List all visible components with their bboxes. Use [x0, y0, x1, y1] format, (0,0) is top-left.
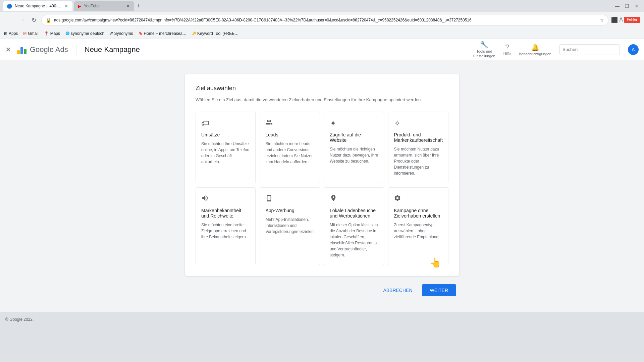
goal-lokale-title: Lokale Ladenbesuche und Werbeaktionen	[330, 208, 378, 219]
header-right: 🔧 Tools undEinstellungen ? Hilfe 🔔 Benac…	[473, 41, 639, 58]
next-button[interactable]: WEITER	[422, 284, 456, 296]
svg-rect-2	[24, 49, 26, 54]
card-title: Ziel auswählen	[196, 85, 448, 92]
bell-icon: 🔔	[531, 43, 539, 51]
goal-website-traffic[interactable]: ✦ Zugriffe auf die Website Sie möchten d…	[324, 112, 384, 183]
markenbekanntheit-icon	[201, 194, 250, 204]
tools-icon: 🔧	[480, 41, 488, 49]
google-ads-text: Google Ads	[30, 45, 68, 54]
url-bar[interactable]: 🔒 ads.google.com/aw/campaigns/new?ocid=8…	[41, 15, 608, 25]
address-actions: ⬛ A Fehler	[611, 17, 640, 23]
leads-icon	[265, 119, 314, 128]
goal-app-title: App-Werbung	[265, 208, 314, 213]
bookmark-maps[interactable]: 📍 Maps	[44, 31, 60, 36]
window-controls: — ❐ ✕	[615, 3, 641, 9]
bookmarks-bar: ⊞ Apps M Gmail 📍 Maps 🌐 synonyme deutsch…	[0, 28, 644, 39]
tools-settings-button[interactable]: 🔧 Tools undEinstellungen	[473, 41, 495, 58]
goal-markenbekanntheit-desc: Sie möchten eine breite Zielgruppe errei…	[201, 222, 250, 240]
reload-button[interactable]: ↻	[30, 15, 39, 25]
help-icon: ?	[505, 43, 509, 51]
page-title: Neue Kampagne	[85, 45, 140, 54]
notifications-label: Benachrichtigungen	[519, 52, 551, 56]
goal-brand-awareness[interactable]: ✧ Produkt- und Markenkaufbereitschaft Si…	[388, 112, 448, 183]
header-search-input[interactable]	[559, 44, 620, 55]
ohne-icon	[394, 194, 443, 204]
goal-lokale[interactable]: Lokale Ladenbesuche und Werbeaktionen Mi…	[324, 187, 384, 265]
goal-website-desc: Sie möchten die richtigen Nutzer dazu be…	[330, 146, 378, 164]
goal-app-desc: Mehr App-Installationen, Interaktionen u…	[265, 217, 314, 235]
goal-ohne-title: Kampagne ohne Zielvorhaben erstellen	[394, 208, 443, 219]
maps-icon: 📍	[44, 31, 49, 36]
goal-brand-title: Produkt- und Markenkaufbereitschaft	[394, 132, 443, 143]
lock-icon: 🔒	[46, 17, 51, 23]
error-badge: Fehler	[624, 17, 640, 23]
goal-umsaetze-desc: Sie möchten Ihre Umsätze online, in Apps…	[201, 141, 250, 165]
back-button[interactable]: ←	[4, 15, 14, 25]
close-window-button[interactable]: ✕	[635, 3, 639, 9]
star-icon: ☆	[600, 17, 604, 23]
active-tab[interactable]: 🔵 Neue Kampagne – 400-805-692… ✕	[3, 1, 72, 11]
restore-button[interactable]: ❐	[625, 3, 629, 9]
goal-grid: 🏷 Umsätze Sie möchten Ihre Umsätze onlin…	[196, 112, 448, 265]
address-bar: ← → ↻ 🔒 ads.google.com/aw/campaigns/new?…	[0, 12, 644, 28]
app-header: ✕ Google Ads Neue Kampagne 🔧 Tools undEi…	[0, 39, 644, 60]
minimize-button[interactable]: —	[615, 3, 620, 9]
new-tab-button[interactable]: +	[137, 3, 141, 10]
brand-icon: ✧	[394, 119, 443, 128]
main-content: Ziel auswählen Wählen Sie ein Ziel aus, …	[0, 60, 644, 312]
gmail-icon: M	[23, 31, 26, 36]
tab-close-button[interactable]: ✕	[64, 3, 68, 9]
umsaetze-icon: 🏷	[201, 119, 250, 128]
tab2-title: YouTube	[84, 4, 100, 8]
goal-website-title: Zugriffe auf die Website	[330, 132, 378, 143]
goal-brand-desc: Sie möchten Nutzer dazu ermuntern, sich …	[394, 146, 443, 176]
goal-umsaetze[interactable]: 🏷 Umsätze Sie möchten Ihre Umsätze onlin…	[196, 112, 256, 183]
extension-icon[interactable]: ⬛	[611, 17, 618, 23]
goal-markenbekanntheit[interactable]: Markenbekanntheit und Reichweite Sie möc…	[196, 187, 256, 265]
goal-umsaetze-title: Umsätze	[201, 132, 250, 137]
title-bar: 🔵 Neue Kampagne – 400-805-692… ✕ ▶ YouTu…	[0, 0, 644, 12]
bookmark-synonyms[interactable]: W Synonyms	[110, 31, 133, 36]
cancel-button[interactable]: ABBRECHEN	[378, 284, 418, 296]
goal-markenbekanntheit-title: Markenbekanntheit und Reichweite	[201, 208, 250, 219]
goal-leads[interactable]: Leads Sie möchten mehr Leads und andere …	[260, 112, 320, 183]
goal-leads-title: Leads	[265, 132, 314, 137]
goal-leads-desc: Sie möchten mehr Leads und andere Conver…	[265, 141, 314, 165]
goal-app-werbung[interactable]: App-Werbung Mehr App-Installationen, Int…	[260, 187, 320, 265]
tab2-close-button[interactable]: ✕	[126, 3, 130, 9]
help-button[interactable]: ? Hilfe	[503, 43, 511, 56]
card-subtitle: Wählen Sie ein Ziel aus, damit die verwe…	[196, 97, 448, 102]
svg-rect-1	[20, 47, 23, 54]
tab-favicon: 🔵	[7, 4, 12, 9]
website-icon: ✦	[330, 119, 378, 128]
goal-ohne-desc: Zuerst Kampagnentyp auswählen – ohne zie…	[394, 222, 443, 240]
synonyms-favicon: W	[110, 32, 113, 35]
goal-lokale-desc: Mit dieser Option lässt sich die Anzahl …	[330, 222, 378, 258]
bookmark-merch[interactable]: 🔖 Home – merchreasea…	[139, 31, 186, 36]
apps-icon: ⊞	[4, 31, 7, 36]
tools-label: Tools undEinstellungen	[473, 49, 495, 58]
footer: © Google 2022.	[0, 312, 644, 327]
bookmark-keyword[interactable]: 🔑 Keyword Tool (FREE…	[192, 31, 238, 36]
header-divider	[76, 44, 76, 55]
url-text: ads.google.com/aw/campaigns/new?ocid=862…	[54, 18, 597, 22]
tab2-favicon: ▶	[78, 4, 81, 9]
google-ads-icon	[16, 44, 27, 55]
profile-icon[interactable]: A	[619, 17, 623, 23]
goal-selection-card: Ziel auswählen Wählen Sie ein Ziel aus, …	[184, 74, 460, 276]
lokale-icon	[330, 194, 378, 204]
tab-title: Neue Kampagne – 400-805-692…	[15, 4, 62, 8]
help-label: Hilfe	[503, 52, 511, 56]
goal-ohne-zielvorhaben[interactable]: Kampagne ohne Zielvorhaben erstellen Zue…	[388, 187, 448, 265]
bookmark-synonyme[interactable]: 🌐 synonyme deutsch	[65, 31, 104, 36]
forward-button[interactable]: →	[17, 15, 27, 25]
user-avatar[interactable]: A	[628, 44, 639, 55]
cursor-hand: 👆	[430, 257, 441, 268]
synonyme-favicon: 🌐	[65, 32, 69, 35]
notifications-button[interactable]: 🔔 Benachrichtigungen	[519, 43, 551, 56]
inactive-tab[interactable]: ▶ YouTube ✕	[74, 1, 134, 11]
bookmark-apps[interactable]: ⊞ Apps	[4, 31, 18, 36]
header-close-button[interactable]: ✕	[5, 46, 11, 54]
bookmark-gmail[interactable]: M Gmail	[23, 31, 38, 36]
footer-text: © Google 2022.	[5, 317, 34, 322]
